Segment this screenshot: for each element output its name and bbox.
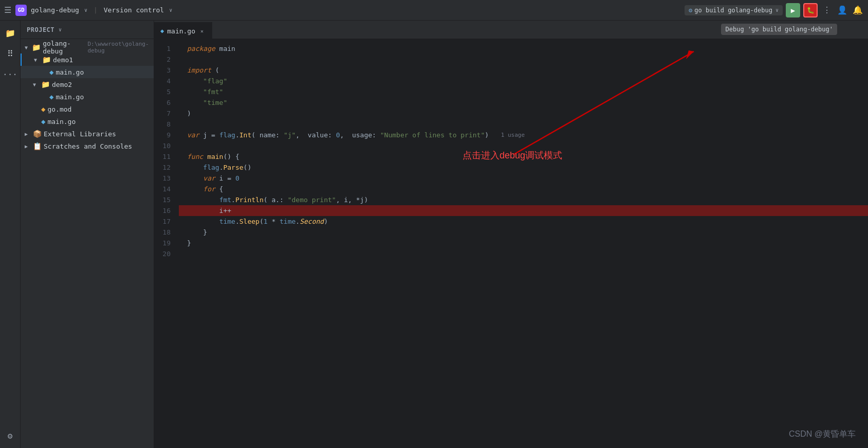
- code-line-1: package main: [179, 43, 868, 54]
- code-line-8: [179, 119, 868, 130]
- sidebar: Project ∨ ▼ 📁 golang-debug D:\wwwroot\go…: [21, 21, 154, 448]
- activity-bar: 📁 ⠿ ··· ⚙: [0, 21, 21, 448]
- editor-area: ◆ main.go ✕ 1 2 3 4 5 6 7 8 9 10 ▶ 11: [154, 21, 868, 448]
- code-line-14: for {: [179, 184, 868, 194]
- go-file-icon-demo1-main: ◆: [49, 68, 53, 76]
- tree-arrow-demo2: ▼: [33, 82, 39, 87]
- activity-structure-icon[interactable]: ⠿: [2, 45, 19, 62]
- more-options-icon[interactable]: ⋮: [821, 4, 833, 16]
- tab-file-icon: ◆: [160, 27, 164, 34]
- run-button[interactable]: ▶: [786, 3, 800, 17]
- code-line-3: import (: [179, 65, 868, 76]
- separator: |: [94, 6, 98, 14]
- run-config-dropdown-arrow[interactable]: ∨: [775, 7, 779, 13]
- debug-button[interactable]: 🐛: [803, 3, 818, 17]
- tree-item-scratches[interactable]: ▶ 📋 Scratches and Consoles: [21, 140, 154, 152]
- tab-label: main.go: [167, 27, 195, 35]
- main-layout: 📁 ⠿ ··· ⚙ Project ∨ ▼ 📁 golang-debug D:\…: [0, 21, 868, 448]
- project-name[interactable]: golang-debug: [31, 6, 79, 14]
- line-num-5: 5: [154, 86, 175, 97]
- tree-item-root-main[interactable]: ◆ main.go: [21, 115, 154, 128]
- hamburger-menu-icon[interactable]: ☰: [4, 5, 11, 15]
- tree-label-gomod: go.mod: [47, 105, 71, 113]
- project-dropdown-arrow[interactable]: ∨: [84, 7, 87, 13]
- code-line-16: i++: [179, 205, 868, 216]
- line-num-18: 18: [154, 227, 175, 238]
- tab-close-button[interactable]: ✕: [198, 27, 206, 34]
- code-line-15: fmt.Println( a.: "demo print", i, *j): [179, 194, 868, 205]
- code-line-18: }: [179, 227, 868, 238]
- line-num-12: 12: [154, 162, 175, 173]
- line-num-10: 10: [154, 140, 175, 151]
- tree-label-demo1-main: main.go: [56, 68, 84, 76]
- go-file-icon-root-main: ◆: [41, 117, 45, 126]
- notifications-icon[interactable]: 🔔: [852, 4, 864, 16]
- code-line-12: flag.Parse(): [179, 162, 868, 173]
- tree-label-demo1: demo1: [53, 56, 73, 64]
- tree-label-scratches: Scratches and Consoles: [44, 142, 132, 150]
- run-config-name: go build golang-debug: [694, 7, 772, 14]
- tree-label-root-main: main.go: [47, 118, 76, 126]
- sidebar-header: Project ∨: [21, 21, 154, 39]
- go-logo: GD: [15, 5, 27, 16]
- sidebar-content: ▼ 📁 golang-debug D:\wwwroot\golang-debug…: [21, 39, 154, 448]
- code-line-2: [179, 54, 868, 65]
- code-line-19: }: [179, 238, 868, 248]
- activity-settings-icon[interactable]: ⚙: [2, 427, 19, 444]
- activity-dots-icon[interactable]: ···: [2, 66, 19, 82]
- chinese-annotation: 点击进入debug调试模式: [463, 149, 562, 162]
- tree-item-demo1-main[interactable]: ◆ main.go: [21, 66, 154, 78]
- code-line-4: "flag": [179, 76, 868, 86]
- code-editor[interactable]: 1 2 3 4 5 6 7 8 9 10 ▶ 11 12 13 14 15: [154, 39, 868, 448]
- tree-item-ext-libs[interactable]: ▶ 📦 External Libraries: [21, 128, 154, 140]
- line-num-1: 1: [154, 43, 175, 54]
- folder-icon-root: 📁: [32, 43, 41, 51]
- tree-label-demo2-main: main.go: [56, 93, 84, 101]
- tab-main-go[interactable]: ◆ main.go ✕: [154, 22, 212, 39]
- line-num-14: 14: [154, 184, 175, 194]
- version-control-dropdown-arrow[interactable]: ∨: [169, 7, 172, 13]
- tree-item-gomod[interactable]: ◆ go.mod: [21, 103, 154, 115]
- sidebar-dropdown-arrow[interactable]: ∨: [59, 27, 62, 32]
- tree-item-demo2[interactable]: ▼ 📁 demo2: [21, 78, 154, 91]
- line-num-15: 15: [154, 194, 175, 205]
- run-config-icon: ⚙: [689, 7, 692, 14]
- version-control-label[interactable]: Version control: [104, 6, 164, 14]
- scratches-icon: 📋: [33, 142, 42, 150]
- line-num-13: 13: [154, 173, 175, 184]
- tree-arrow-scratches: ▶: [25, 144, 31, 149]
- line-num-17: 17: [154, 216, 175, 227]
- tree-arrow-ext-libs: ▶: [25, 131, 31, 137]
- run-config-selector[interactable]: ⚙ go build golang-debug ∨: [685, 5, 783, 15]
- line-num-3: 3: [154, 65, 175, 76]
- watermark: CSDN @黄昏单车: [789, 429, 856, 440]
- line-num-8: 8: [154, 119, 175, 130]
- line-num-11: ▶ 11: [154, 151, 175, 162]
- code-line-20: [179, 248, 868, 259]
- line-num-2: 2: [154, 54, 175, 65]
- line-num-6: 6: [154, 97, 175, 108]
- tree-item-demo1[interactable]: ▼ 📁 demo1: [21, 53, 154, 66]
- folder-icon-demo1: 📁: [42, 56, 51, 64]
- tree-arrow-root: ▼: [25, 45, 30, 50]
- tree-item-root[interactable]: ▼ 📁 golang-debug D:\wwwroot\golang-debug: [21, 41, 154, 53]
- code-line-5: "fmt": [179, 86, 868, 97]
- ext-libs-icon: 📦: [33, 130, 42, 138]
- mod-file-icon: ◆: [41, 105, 45, 113]
- debug-tooltip: Debug 'go build golang-debug': [721, 24, 837, 35]
- account-icon[interactable]: 👤: [836, 4, 848, 16]
- activity-folder-icon[interactable]: 📁: [2, 25, 19, 41]
- line-num-7: 7: [154, 108, 175, 119]
- line-num-4: 4: [154, 76, 175, 86]
- line-num-19: 19: [154, 238, 175, 248]
- code-line-13: var i = 0: [179, 173, 868, 184]
- code-line-6: "time": [179, 97, 868, 108]
- line-numbers: 1 2 3 4 5 6 7 8 9 10 ▶ 11 12 13 14 15: [154, 39, 179, 448]
- code-line-9: var j = flag.Int( name: "j", value: 0, u…: [179, 130, 868, 140]
- titlebar: ☰ GD golang-debug ∨ | Version control ∨ …: [0, 0, 868, 21]
- code-line-17: time.Sleep(1 * time.Second): [179, 216, 868, 227]
- tree-label-root: golang-debug: [43, 40, 83, 55]
- tree-item-demo2-main[interactable]: ◆ main.go: [21, 91, 154, 103]
- code-content[interactable]: package main import ( "flag" "fmt" "time…: [179, 39, 868, 448]
- tree-label-ext-libs: External Libraries: [44, 130, 116, 138]
